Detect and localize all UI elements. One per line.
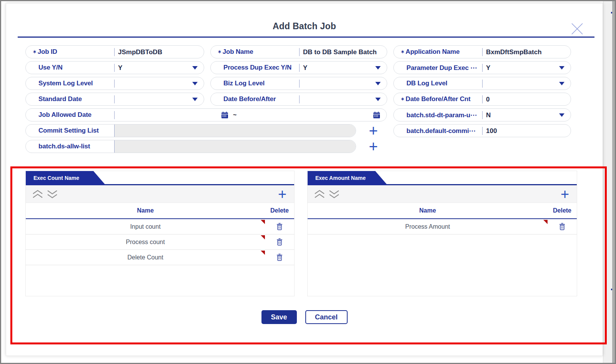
table-row[interactable]: Process Amount	[308, 219, 577, 234]
panel-tab: Exec Count Name	[26, 171, 106, 185]
field-value[interactable]	[114, 111, 221, 119]
field-job-id[interactable]: ✶Job ID JSmpDBToDB	[25, 45, 204, 58]
dropdown-arrow-icon[interactable]	[375, 66, 381, 70]
date-range-separator: ~	[233, 111, 236, 118]
required-marker: ✶	[401, 96, 405, 102]
field-value[interactable]	[114, 80, 189, 88]
field-label: batch.ds-allw-list	[33, 143, 114, 150]
field-system-log-level[interactable]: System Log Level	[25, 77, 204, 90]
field-value[interactable]	[114, 95, 189, 103]
field-value[interactable]: 0	[482, 95, 564, 103]
field-label: Commit Setting List	[33, 127, 114, 135]
move-up-icon[interactable]	[312, 189, 327, 199]
field-date-before-after[interactable]: Date Before/After	[210, 93, 387, 106]
field-value[interactable]	[482, 80, 556, 88]
trash-icon[interactable]	[559, 223, 565, 230]
save-button[interactable]: Save	[261, 310, 297, 324]
field-value[interactable]: JSmpDBToDB	[114, 48, 198, 56]
trash-icon[interactable]	[276, 254, 283, 261]
field-batch-std-dt-param[interactable]: batch.std-dt-param-u⋯ N	[393, 108, 571, 121]
modified-corner-marker	[543, 220, 548, 224]
field-value[interactable]: Y	[299, 64, 372, 72]
page-scrollbar[interactable]	[612, 1, 615, 363]
field-label: Job Allowed Date	[33, 111, 114, 119]
exec-amount-panel: Exec Amount Name + Name Delete Process A…	[307, 171, 577, 296]
field-commit-setting-list: Commit Setting List	[25, 124, 356, 137]
field-label: Parameter Dup Exec ⋯	[401, 64, 482, 72]
field-label: Date Before/After	[218, 95, 299, 103]
calendar-icon[interactable]	[373, 111, 380, 119]
modified-corner-marker	[261, 235, 265, 239]
field-value[interactable]: Y	[482, 64, 556, 72]
trash-icon[interactable]	[276, 223, 283, 230]
row-name: Input count	[130, 223, 160, 230]
field-db-log-level[interactable]: DB Log Level	[393, 77, 571, 90]
field-batch-ds-allw-list: batch.ds-allw-list	[25, 140, 356, 153]
dropdown-arrow-icon[interactable]	[375, 98, 381, 101]
add-batch-job-dialog: Add Batch Job ✶Job ID JSmpDBToDB ✶Job Na…	[6, 3, 603, 356]
underlying-page-gutter	[603, 1, 615, 363]
table-header: Name Delete	[308, 203, 577, 219]
calendar-icon[interactable]	[221, 111, 228, 119]
dropdown-arrow-icon[interactable]	[559, 82, 564, 85]
field-label: ✶Job Name	[218, 48, 299, 56]
dropdown-arrow-icon[interactable]	[375, 82, 381, 85]
move-down-icon[interactable]	[45, 189, 60, 199]
disabled-value-area	[114, 140, 356, 153]
field-value[interactable]: N	[482, 111, 556, 119]
close-icon[interactable]	[571, 23, 583, 35]
dropdown-arrow-icon[interactable]	[192, 98, 198, 101]
dialog-footer: Save Cancel	[6, 310, 603, 324]
add-row-icon[interactable]: +	[276, 188, 289, 200]
field-biz-log-level[interactable]: Biz Log Level	[210, 77, 387, 90]
trash-icon[interactable]	[276, 238, 283, 246]
field-use-yn[interactable]: Use Y/N Y	[25, 61, 204, 74]
title-divider	[18, 37, 594, 38]
row-name: Process count	[126, 239, 165, 246]
dropdown-arrow-icon[interactable]	[559, 66, 564, 70]
field-standard-date[interactable]: Standard Date	[25, 93, 204, 106]
field-process-dup-exec-yn[interactable]: Process Dup Exec Y/N Y	[210, 61, 387, 74]
add-commit-setting-icon[interactable]: +	[367, 125, 380, 136]
column-header-name: Name	[26, 207, 265, 214]
field-date-before-after-cnt[interactable]: ✶Date Before/After Cnt 0	[393, 93, 571, 106]
cancel-button[interactable]: Cancel	[305, 310, 348, 324]
panel-toolbar: +	[308, 185, 577, 203]
field-parameter-dup-exec[interactable]: Parameter Dup Exec ⋯ Y	[393, 61, 571, 74]
dropdown-arrow-icon[interactable]	[559, 113, 564, 117]
field-label: ✶Date Before/After Cnt	[401, 95, 482, 103]
field-value[interactable]	[299, 95, 372, 103]
add-ds-allw-icon[interactable]: +	[367, 141, 380, 152]
table-row[interactable]: Input count	[26, 219, 294, 234]
field-label: System Log Level	[33, 80, 114, 87]
ds-allw-list-cell: batch.ds-allw-list +	[25, 140, 387, 153]
dropdown-arrow-icon[interactable]	[192, 82, 198, 85]
field-value[interactable]: BxmDftSmpBatch	[482, 48, 564, 56]
field-application-name[interactable]: ✶Application Name BxmDftSmpBatch	[393, 45, 571, 58]
dropdown-arrow-icon[interactable]	[192, 66, 198, 70]
table-row[interactable]: Delete Count	[26, 250, 294, 265]
field-job-allowed-date[interactable]: Job Allowed Date ~	[25, 108, 387, 121]
modified-corner-marker	[261, 251, 265, 255]
row-name: Process Amount	[405, 223, 450, 230]
move-down-icon[interactable]	[327, 189, 341, 199]
field-value[interactable]: 100	[482, 127, 564, 135]
field-label: ✶Job ID	[33, 48, 114, 56]
field-job-name[interactable]: ✶Job Name DB to DB Sample Batch	[210, 45, 387, 58]
field-value[interactable]: DB to DB Sample Batch	[299, 48, 381, 56]
row-name: Delete Count	[127, 254, 163, 261]
field-label: Standard Date	[33, 95, 114, 103]
add-row-icon[interactable]: +	[558, 188, 571, 200]
move-up-icon[interactable]	[30, 189, 45, 199]
field-value[interactable]	[299, 80, 372, 88]
required-marker: ✶	[218, 49, 221, 55]
field-label: batch.std-dt-param-u⋯	[401, 111, 482, 119]
disabled-value-area	[114, 125, 356, 137]
field-label: DB Log Level	[401, 80, 482, 87]
field-value[interactable]: Y	[114, 64, 189, 72]
table-row[interactable]: Process count	[26, 234, 294, 250]
column-header-delete: Delete	[265, 207, 294, 214]
field-batch-default-commit[interactable]: batch.default-commi⋯ 100	[393, 124, 571, 137]
field-label: ✶Application Name	[401, 48, 482, 56]
required-marker: ✶	[401, 49, 405, 55]
